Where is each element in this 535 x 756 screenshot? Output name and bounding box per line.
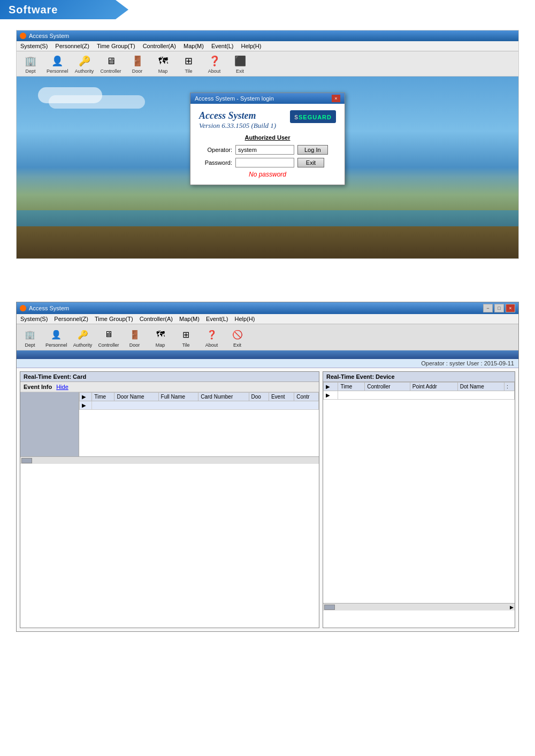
top-menu-bar: System(S) Personnel(Z) Time Group(T) Con… xyxy=(17,41,518,51)
dialog-close-button[interactable]: × xyxy=(332,95,340,102)
app-toolbar-map[interactable]: 🗺 Map xyxy=(150,326,171,348)
row-arrow: ▶ xyxy=(80,401,92,410)
card-scroll-thumb[interactable] xyxy=(21,458,32,463)
win-icon xyxy=(20,33,26,39)
titlebar-controls: − □ × xyxy=(483,304,515,312)
menu-controller[interactable]: Controller(A) xyxy=(141,42,178,50)
top-window-title: Access System xyxy=(29,33,69,39)
bottom-section: Access System − □ × System(S) Personnel(… xyxy=(0,302,535,643)
toolbar-authority[interactable]: 🔑 Authority xyxy=(75,54,94,74)
toolbar-door[interactable]: 🚪 Door xyxy=(128,54,147,74)
col-arrow: ▶ xyxy=(80,393,92,401)
app-menu-system[interactable]: System(S) xyxy=(19,315,49,323)
minimize-button[interactable]: − xyxy=(483,304,493,312)
toolbar-map[interactable]: 🗺 Map xyxy=(154,54,173,74)
app-menu-timegroup[interactable]: Time Group(T) xyxy=(93,315,135,323)
dev-col-arrow: ▶ xyxy=(324,383,338,391)
top-toolbar: 🏢 Dept 👤 Personnel 🔑 Authority 🖥 Control… xyxy=(17,51,518,77)
toolbar-personnel[interactable]: 👤 Personnel xyxy=(47,54,68,74)
card-hscrollbar[interactable] xyxy=(20,456,319,464)
exit-button[interactable]: Exit xyxy=(297,158,324,167)
menu-timegroup[interactable]: Time Group(T) xyxy=(95,42,137,50)
event-thumbnail-area xyxy=(20,392,79,456)
app-menu-help[interactable]: Help(H) xyxy=(233,315,256,323)
device-scroll-right[interactable]: ▶ xyxy=(510,605,514,610)
cloud-2 xyxy=(49,95,145,109)
app-toolbar-personnel[interactable]: 👤 Personnel xyxy=(45,326,67,348)
toolbar-about[interactable]: ❓ About xyxy=(205,54,224,74)
col-door-name: Door Name xyxy=(114,393,158,401)
col-full-name: Full Name xyxy=(158,393,198,401)
status-date-value: 2015-09-11 xyxy=(484,360,514,366)
seguard-logo: SSEGUARD xyxy=(290,110,336,123)
event-table-area: ▶ Time Door Name Full Name Card Number D… xyxy=(79,392,319,456)
foreground-rocks xyxy=(17,226,518,258)
menu-map[interactable]: Map(M) xyxy=(182,42,205,50)
top-win-chrome: Access System xyxy=(17,30,518,41)
col-doo: Doo xyxy=(249,393,269,401)
device-scroll-thumb[interactable] xyxy=(324,605,335,610)
top-screenshot-container: Access System System(S) Personnel(Z) Tim… xyxy=(16,30,519,259)
logo-text: SEGUARD xyxy=(299,114,332,120)
dev-col-point-addr: Point Addr xyxy=(410,383,457,391)
dev-col-dot-name: Dot Name xyxy=(457,383,504,391)
status-operator-label: Operator : xyxy=(421,360,448,366)
status-bar: Operator : syster User : 2015-09-11 xyxy=(17,359,518,368)
menu-help[interactable]: Help(H) xyxy=(239,42,263,50)
app-menu-map[interactable]: Map(M) xyxy=(178,315,201,323)
card-event-panel: Real-Time Event: Card Event Info Hide ▶ … xyxy=(20,371,319,628)
version-text: Version 6.33.1505 (Build 1) xyxy=(199,121,276,130)
toolbar-exit[interactable]: ⬛ Exit xyxy=(231,54,250,74)
password-input[interactable] xyxy=(235,158,294,167)
app-toolbar-door[interactable]: 🚪 Door xyxy=(125,326,145,348)
event-content-area: ▶ Time Door Name Full Name Card Number D… xyxy=(20,392,319,456)
app-toolbar-exit[interactable]: 🚫 Exit xyxy=(227,326,248,348)
operator-row: Operator: Log In xyxy=(199,145,336,155)
app-toolbar-controller[interactable]: 🖥 Controller xyxy=(98,326,119,348)
dev-col-time: Time xyxy=(338,383,365,391)
close-button[interactable]: × xyxy=(506,304,515,312)
dev-row-arrow: ▶ xyxy=(324,391,338,400)
app-toolbar-authority[interactable]: 🔑 Authority xyxy=(73,326,93,348)
top-section: Access System System(S) Personnel(Z) Tim… xyxy=(0,19,535,270)
toolbar-controller[interactable]: 🖥 Controller xyxy=(101,54,121,74)
app-title-text: Access System xyxy=(199,110,276,121)
maximize-button[interactable]: □ xyxy=(494,304,504,312)
app-menu-event[interactable]: Event(L) xyxy=(204,315,230,323)
app-titlebar: Access System − □ × xyxy=(17,302,518,314)
app-menu-personnel[interactable]: Personnel(Z) xyxy=(52,315,90,323)
dev-col-controller: Controller xyxy=(365,383,410,391)
main-content-area: Real-Time Event: Card Event Info Hide ▶ … xyxy=(17,368,518,631)
password-label: Password: xyxy=(199,159,232,166)
app-toolbar-about[interactable]: ❓ About xyxy=(202,326,222,348)
col-event: Event xyxy=(269,393,294,401)
menu-event[interactable]: Event(L) xyxy=(210,42,235,50)
app-toolbar: 🏢 Dept 👤 Personnel 🔑 Authority 🖥 Control… xyxy=(17,324,518,350)
menu-personnel[interactable]: Personnel(Z) xyxy=(54,42,91,50)
col-time: Time xyxy=(92,393,114,401)
device-event-table: ▶ Time Controller Point Addr Dot Name : … xyxy=(323,382,515,400)
app-window-title: Access System xyxy=(29,305,69,311)
header-banner: Software xyxy=(0,0,128,19)
toolbar-tile[interactable]: ⊞ Tile xyxy=(179,54,198,74)
toolbar-dept[interactable]: 🏢 Dept xyxy=(21,54,40,74)
menu-system[interactable]: System(S) xyxy=(19,42,49,50)
no-password-text: No password xyxy=(199,171,336,178)
login-dialog-title-text: Access System - System login xyxy=(195,95,274,102)
login-dialog-body: Access System Version 6.33.1505 (Build 1… xyxy=(190,104,345,185)
device-table-row: ▶ xyxy=(324,391,515,400)
device-event-panel: Real-Time Event: Device ▶ Time Controlle… xyxy=(323,371,515,628)
app-toolbar-dept[interactable]: 🏢 Dept xyxy=(20,326,40,348)
section-separator xyxy=(0,270,535,302)
operator-input[interactable] xyxy=(235,145,294,155)
device-hscrollbar[interactable]: ▶ xyxy=(323,603,515,610)
app-branding: Access System Version 6.33.1505 (Build 1… xyxy=(199,110,276,130)
card-event-table: ▶ Time Door Name Full Name Card Number D… xyxy=(79,392,319,410)
event-info-label: Event Info xyxy=(24,384,52,390)
app-menu-controller[interactable]: Controller(A) xyxy=(138,315,174,323)
login-button[interactable]: Log In xyxy=(297,145,328,155)
app-toolbar-tile[interactable]: ⊞ Tile xyxy=(176,326,196,348)
login-dialog-titlebar: Access System - System login × xyxy=(190,93,345,104)
hide-link[interactable]: Hide xyxy=(56,384,68,390)
header-title: Software xyxy=(9,4,58,16)
